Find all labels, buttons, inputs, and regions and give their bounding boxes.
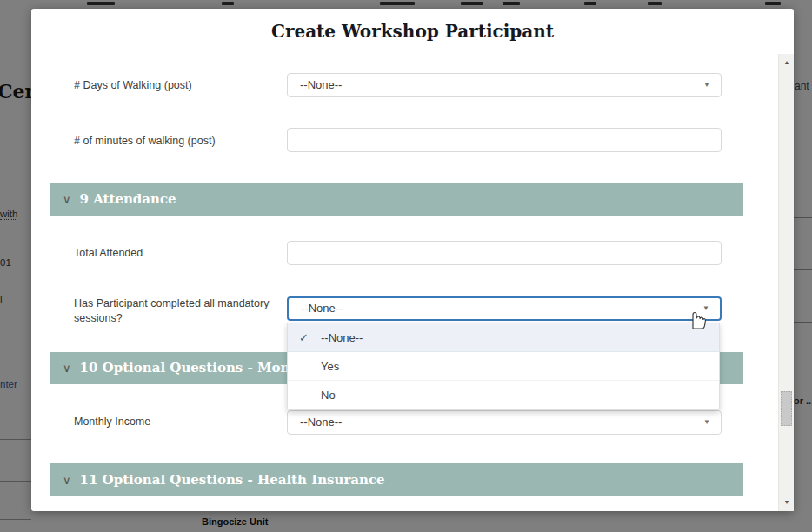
- scrollbar-thumb[interactable]: [781, 391, 792, 426]
- mandatory-sessions-dropdown: ✓ --None-- Yes No: [287, 323, 720, 410]
- field-label-mandatory-sessions: Has Participant completed all mandatory …: [74, 296, 278, 326]
- modal-title: Create Workshop Participant: [31, 9, 794, 54]
- section-title: 9 Attendance: [80, 191, 176, 207]
- option-label: No: [321, 389, 336, 402]
- section-title: 11 Optional Questions - Health Insurance: [80, 472, 385, 488]
- monthly-income-select[interactable]: --None-- ▼: [287, 410, 722, 435]
- chevron-down-icon: ∨: [63, 183, 71, 216]
- select-value: --None--: [300, 416, 342, 429]
- field-label-minutes-walking: # of minutes of walking (post): [74, 134, 278, 149]
- field-label-monthly-income: Monthly Income: [74, 415, 278, 429]
- minutes-walking-input[interactable]: [287, 128, 722, 152]
- section-header-health-insurance[interactable]: ∨11 Optional Questions - Health Insuranc…: [50, 463, 743, 496]
- option-label: Yes: [321, 360, 339, 373]
- chevron-down-icon: ▼: [703, 74, 710, 96]
- section-header-attendance[interactable]: ∨9 Attendance: [50, 183, 743, 216]
- mandatory-sessions-select[interactable]: --None-- ▼: [287, 296, 722, 321]
- checkmark-icon: ✓: [299, 323, 309, 352]
- modal-scrollbar[interactable]: ▲ ▼: [778, 54, 794, 511]
- days-walking-select[interactable]: --None-- ▼: [287, 73, 722, 97]
- scroll-up-icon[interactable]: ▲: [779, 56, 795, 70]
- select-value: --None--: [300, 78, 342, 91]
- option-label: --None--: [321, 331, 363, 344]
- field-label-total-attended: Total Attended: [74, 246, 278, 261]
- field-label-days-walking: # Days of Walking (post): [74, 78, 278, 93]
- dropdown-option-none[interactable]: ✓ --None--: [288, 323, 719, 352]
- cursor-pointer-icon: [685, 304, 708, 330]
- chevron-down-icon: ∨: [63, 464, 71, 496]
- modal-form: # Days of Walking (post) --None-- ▼ # of…: [31, 54, 794, 511]
- chevron-down-icon: ▼: [703, 411, 710, 434]
- dropdown-option-no[interactable]: No: [288, 381, 719, 409]
- create-workshop-participant-modal: Create Workshop Participant # Days of Wa…: [31, 9, 794, 511]
- total-attended-input[interactable]: [287, 241, 722, 265]
- scroll-down-icon[interactable]: ▼: [779, 495, 795, 509]
- chevron-down-icon: ∨: [63, 352, 71, 384]
- select-value: --None--: [301, 302, 343, 315]
- dropdown-option-yes[interactable]: Yes: [288, 352, 719, 381]
